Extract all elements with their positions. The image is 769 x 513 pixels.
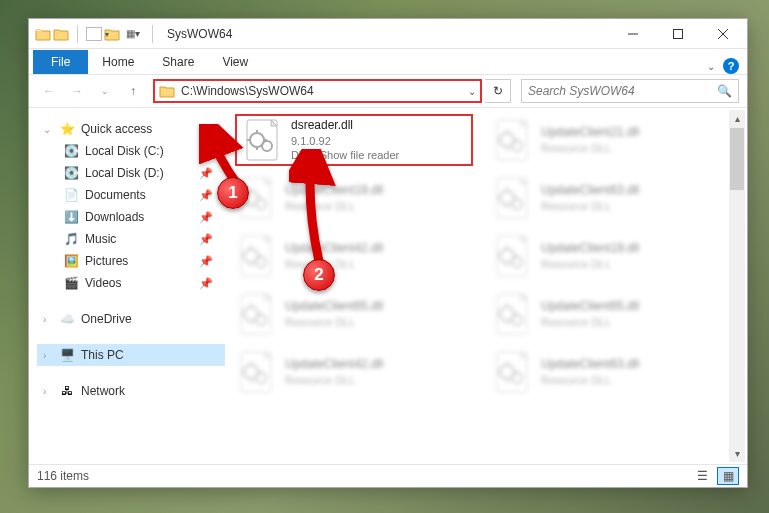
search-box[interactable]: 🔍 (521, 79, 739, 103)
network-icon: 🖧 (59, 383, 75, 399)
videos-item[interactable]: 🎬Videos📌 (37, 272, 225, 294)
help-icon[interactable]: ? (723, 58, 739, 74)
disk-icon: 💽 (63, 165, 79, 181)
pictures-icon: 🖼️ (63, 253, 79, 269)
address-text: C:\Windows\SysWOW64 (181, 84, 462, 98)
pc-icon: 🖥️ (59, 347, 75, 363)
window-controls (610, 19, 745, 48)
quick-access-item[interactable]: ⌄ ⭐ Quick access (37, 118, 225, 140)
music-item[interactable]: 🎵Music📌 (37, 228, 225, 250)
window-title: SysWOW64 (167, 27, 232, 41)
search-icon[interactable]: 🔍 (717, 84, 732, 98)
downloads-icon: ⬇️ (63, 209, 79, 225)
home-tab[interactable]: Home (88, 50, 148, 74)
star-icon: ⭐ (59, 121, 75, 137)
item-count: 116 items (37, 469, 89, 483)
folder-icon (159, 83, 175, 99)
status-bar: 116 items ☰ ▦ (29, 464, 747, 487)
chevron-icon[interactable]: › (43, 314, 53, 325)
downloads-item[interactable]: ⬇️Downloads📌 (37, 206, 225, 228)
callout-arrow-2 (289, 149, 339, 269)
navigation-bar: ← → ⌄ ↑ C:\Windows\SysWOW64 ⌄ ↻ 🔍 (29, 74, 747, 108)
file-tile[interactable]: UpdateClient42.dllResource DLL (235, 346, 473, 398)
titlebar[interactable]: ▾ ▦▾ SysWOW64 (29, 19, 747, 49)
file-tile-highlight[interactable]: dsreader.dll9.1.0.92DirectShow file read… (235, 114, 473, 166)
chevron-icon[interactable]: › (43, 350, 53, 361)
music-icon: 🎵 (63, 231, 79, 247)
callout-1: 1 (217, 177, 249, 209)
maximize-button[interactable] (655, 19, 700, 48)
file-tile[interactable]: UpdateClient19.dllResource DLL (491, 230, 729, 282)
chevron-icon[interactable]: › (43, 386, 53, 397)
search-input[interactable] (528, 84, 717, 98)
separator (77, 25, 78, 43)
details-view-button[interactable]: ☰ (691, 467, 713, 485)
file-tile[interactable]: UpdateClient63.dllResource DLL (491, 346, 729, 398)
scroll-up-button[interactable]: ▴ (729, 110, 745, 127)
pin-icon: 📌 (199, 277, 213, 290)
local-disk-c-item[interactable]: 💽Local Disk (C:)📌 (37, 140, 225, 162)
quick-access-toolbar: ▾ ▦▾ (31, 23, 159, 45)
local-disk-d-item[interactable]: 💽Local Disk (D:)📌 (37, 162, 225, 184)
file-tile[interactable]: UpdateClient42.dllResource DLL (235, 230, 473, 282)
recent-locations-button[interactable]: ⌄ (93, 79, 117, 103)
share-tab[interactable]: Share (148, 50, 208, 74)
properties-button[interactable]: ▾ (86, 27, 102, 41)
svg-rect-1 (673, 29, 682, 38)
pin-icon: 📌 (199, 233, 213, 246)
disk-icon: 💽 (63, 143, 79, 159)
customize-qat-button[interactable]: ▦▾ (122, 23, 144, 45)
minimize-button[interactable] (610, 19, 655, 48)
file-name: dsreader.dll (291, 118, 399, 134)
pin-icon: 📌 (199, 211, 213, 224)
back-button[interactable]: ← (37, 79, 61, 103)
this-pc-item[interactable]: ›🖥️This PC (37, 344, 225, 366)
network-item[interactable]: ›🖧Network (37, 380, 225, 402)
expand-ribbon-icon[interactable]: ⌄ (707, 61, 715, 72)
folder-icon (53, 26, 69, 42)
scroll-thumb[interactable] (730, 128, 744, 190)
documents-item[interactable]: 📄Documents📌 (37, 184, 225, 206)
onedrive-item[interactable]: ›☁️OneDrive (37, 308, 225, 330)
pin-icon: 📌 (199, 255, 213, 268)
file-version: 9.1.0.92 (291, 134, 399, 148)
refresh-button[interactable]: ↻ (485, 79, 511, 103)
ribbon-tabs: File Home Share View ⌄ ? (29, 49, 747, 74)
file-tile[interactable]: UpdateClient21.dllResource DLL (491, 114, 729, 166)
pictures-item[interactable]: 🖼️Pictures📌 (37, 250, 225, 272)
folder-icon (35, 26, 51, 42)
file-tab[interactable]: File (33, 50, 88, 74)
chevron-icon[interactable]: ⌄ (43, 124, 53, 135)
explorer-window: ▾ ▦▾ SysWOW64 File Home Share View ⌄ ? ←… (28, 18, 748, 488)
scrollbar[interactable]: ▴ ▾ (729, 110, 745, 462)
up-button[interactable]: ↑ (121, 79, 145, 103)
cloud-icon: ☁️ (59, 311, 75, 327)
forward-button[interactable]: → (65, 79, 89, 103)
documents-icon: 📄 (63, 187, 79, 203)
address-bar[interactable]: C:\Windows\SysWOW64 ⌄ (153, 79, 482, 103)
tiles-view-button[interactable]: ▦ (717, 467, 739, 485)
view-tab[interactable]: View (208, 50, 262, 74)
file-tile[interactable]: UpdateClient65.dllResource DLL (235, 288, 473, 340)
videos-icon: 🎬 (63, 275, 79, 291)
scroll-down-button[interactable]: ▾ (729, 445, 745, 462)
separator (152, 25, 153, 43)
file-tile[interactable]: UpdateClient19.dllResource DLL (235, 172, 473, 224)
file-tile[interactable]: UpdateClient65.dllResource DLL (491, 288, 729, 340)
close-button[interactable] (700, 19, 745, 48)
callout-2: 2 (303, 259, 335, 291)
chevron-down-icon[interactable]: ⌄ (468, 86, 476, 97)
file-tile[interactable]: UpdateClient63.dllResource DLL (491, 172, 729, 224)
